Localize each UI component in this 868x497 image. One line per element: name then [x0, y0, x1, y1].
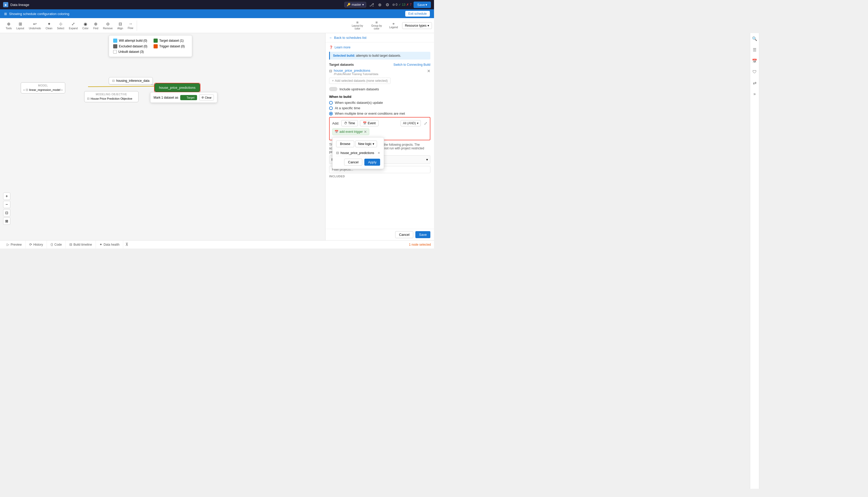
select-button[interactable]: ⊹ Select: [55, 20, 66, 31]
expand-bottom-button[interactable]: ⊼: [125, 242, 128, 247]
info-box: Selected build: attempts to build target…: [329, 52, 430, 59]
header-right: 🔑 master ▾ ⎇ ⊕ ⚙ ⊘ 0 ✓ 13 ✗ 7 Save ▾: [345, 1, 431, 8]
add-event-button[interactable]: 📅 Event: [360, 120, 379, 126]
save-button[interactable]: Save ▾: [414, 2, 431, 8]
option-specific-datasets[interactable]: When specific dataset(s) update: [329, 101, 430, 104]
layout-button[interactable]: ⊞ Layout: [14, 20, 26, 31]
option-multiple-conditions[interactable]: When multiple time or event conditions a…: [329, 112, 430, 115]
undo-redo-button[interactable]: ↩ Undo/redo: [27, 20, 43, 31]
legend-item-trigger: Trigger dataset (0): [154, 44, 188, 48]
zoom-reset-button[interactable]: ⊡: [3, 209, 10, 216]
remove-popup-dataset-button[interactable]: ✕: [378, 151, 380, 155]
legend-item-attempt: Will attempt build (0): [113, 39, 148, 43]
expand-conditions-button[interactable]: ⤢: [424, 121, 427, 126]
exit-schedule-button[interactable]: Exit schedule: [405, 11, 430, 17]
back-to-schedules[interactable]: ← Back to schedules list: [325, 33, 434, 42]
data-health-tab[interactable]: ✦ Data health: [96, 240, 123, 248]
panel-footer: Cancel Save: [325, 229, 434, 240]
popup-dataset-item: ⊟ house_price_predictions ✕: [336, 150, 380, 156]
node-housing-inference[interactable]: ⊟ housing_inference_data: [109, 77, 153, 84]
layout-by-color-button[interactable]: ⊞ Layout by color: [349, 20, 366, 31]
tools-button[interactable]: ⊕ Tools: [4, 20, 14, 31]
legend-button[interactable]: 👁 Legend: [387, 22, 400, 30]
canvas-area[interactable]: Will attempt build (0) Target dataset (1…: [0, 33, 325, 240]
node-model-container[interactable]: MODEL ‹ ⊟ linear_regression_model ›: [21, 82, 65, 94]
tools-group: ⊕ Tools ⊞ Layout ↩ Undo/redo ✦ Clean ⊹ S…: [2, 20, 137, 31]
bottom-bar: ▷ Preview ⟳ History ⟨⟩ Code ⊟ Build time…: [0, 240, 434, 248]
top-header: ◆ Data lineage 🔑 master ▾ ⎇ ⊕ ⚙ ⊘ 0 ✓ 13…: [0, 0, 434, 9]
node-target-dataset[interactable]: house_price_predictions: [154, 83, 200, 93]
side-panel: ← Back to schedules list ❓ Learn more Se…: [325, 33, 434, 240]
preview-tab[interactable]: ▷ Preview: [3, 240, 26, 248]
node-modeling-objective[interactable]: MODELING OBJECTIVE ⊟ House Price Predict…: [84, 91, 139, 102]
add-conditions-row: Add: ⏱ Time 📅 Event All (AND) ▾ ⤢: [332, 120, 427, 126]
learn-more-link[interactable]: ❓ Learn more: [329, 45, 430, 49]
expand-button[interactable]: ⤢ Expand: [67, 20, 80, 31]
zoom-out-button[interactable]: −: [3, 201, 10, 208]
conditions-section: Add: ⏱ Time 📅 Event All (AND) ▾ ⤢: [329, 117, 430, 140]
popup-apply-button[interactable]: Apply: [364, 159, 380, 166]
add-time-button[interactable]: ⏱ Time: [341, 120, 358, 126]
event-trigger-tag: 📅 add event trigger ✕: [332, 128, 369, 135]
status-text: 1 node selected: [409, 243, 431, 246]
main-area: Will attempt build (0) Target dataset (1…: [0, 33, 434, 240]
mark-as-row: Mark 1 dataset as Target ⊘ Clear: [154, 95, 214, 100]
all-and-selector[interactable]: All (AND) ▾: [401, 120, 421, 126]
panel-cancel-button[interactable]: Cancel: [395, 231, 413, 238]
align-button[interactable]: ⊟ Align: [115, 20, 125, 31]
remove-dataset-button[interactable]: ✕: [427, 69, 430, 73]
group-by-color-button[interactable]: ⊞ Group by color: [368, 20, 385, 31]
app-title: Data lineage: [10, 3, 29, 7]
canvas-connections: [0, 33, 325, 240]
color-button[interactable]: ◉ Color: [80, 20, 90, 31]
toolbar-right: ⊞ Layout by color ⊞ Group by color 👁 Leg…: [349, 20, 432, 31]
add-datasets-button[interactable]: + Add selected datasets (none selected): [329, 78, 391, 84]
merge-icon[interactable]: ⊕: [377, 1, 382, 8]
resource-types-button[interactable]: Resource types ▾: [402, 22, 432, 29]
legend-item-unbuilt: Unbuilt dataset (3): [113, 50, 148, 54]
mark-target-button[interactable]: Target: [180, 95, 197, 100]
popup-tabs: Browse New logic ▾: [336, 141, 380, 147]
git-icon[interactable]: ⎇: [368, 1, 375, 8]
build-timeline-tab[interactable]: ⊟ Build timeline: [66, 240, 96, 248]
context-menu: Mark 1 dataset as Target ⊘ Clear: [150, 92, 217, 103]
header-left: ◆ Data lineage: [3, 2, 29, 7]
bottom-tabs: ▷ Preview ⟳ History ⟨⟩ Code ⊟ Build time…: [3, 240, 128, 248]
include-upstream-row: Include upstream datasets: [329, 87, 430, 91]
dataset-item: ⊟ house_price_predictions /Public/Model …: [329, 69, 430, 75]
status-badges: ⊘ 0 ✓ 13 ✗ 7: [392, 3, 412, 6]
settings-icon[interactable]: ⚙: [384, 1, 390, 8]
history-tab[interactable]: ⟳ History: [26, 240, 47, 248]
legend-item-excluded: Excluded dataset (0): [113, 44, 148, 48]
browse-popup: Browse New logic ▾ ⊟ house_price_predict…: [332, 137, 384, 169]
popup-cancel-button[interactable]: Cancel: [344, 159, 362, 166]
branch-selector[interactable]: 🔑 master ▾: [345, 2, 366, 8]
app-logo: ◆: [3, 2, 8, 7]
toolbar: ⊕ Tools ⊞ Layout ↩ Undo/redo ✦ Clean ⊹ S…: [0, 18, 434, 33]
panel-save-button[interactable]: Save: [415, 231, 430, 238]
flow-button[interactable]: → Flow: [126, 20, 135, 30]
zoom-in-button[interactable]: +: [3, 193, 10, 200]
clean-button[interactable]: ✦ Clean: [43, 20, 54, 31]
schedule-banner-text: Showing schedule configuration coloring: [9, 12, 69, 16]
browse-tab[interactable]: Browse: [336, 141, 354, 147]
legend-item-target: Target dataset (1): [154, 39, 188, 43]
find-button[interactable]: ⊕ Find: [91, 20, 100, 31]
include-upstream-toggle[interactable]: [329, 87, 337, 91]
new-logic-dropdown[interactable]: New logic ▾: [355, 141, 377, 147]
code-tab[interactable]: ⟨⟩ Code: [47, 240, 66, 248]
legend-dropdown: Will attempt build (0) Target dataset (1…: [109, 35, 192, 57]
popup-actions: Cancel Apply: [336, 159, 380, 166]
schedule-banner: ⊞ Showing schedule configuration colorin…: [0, 9, 434, 18]
mark-clear-button[interactable]: ⊘ Clear: [199, 95, 214, 100]
target-datasets-header: Target datasets Switch to Connecting Bui…: [329, 63, 430, 67]
svg-line-1: [88, 86, 157, 87]
zoom-controls: + − ⊡ ⊠: [3, 193, 10, 225]
option-specific-time[interactable]: At a specific time: [329, 106, 430, 110]
panel-content: ❓ Learn more Selected build: attempts to…: [325, 42, 434, 229]
zoom-fit-button[interactable]: ⊠: [3, 217, 10, 225]
remove-trigger-button[interactable]: ✕: [364, 130, 367, 134]
remove-button[interactable]: ⊖ Remove: [101, 20, 115, 31]
